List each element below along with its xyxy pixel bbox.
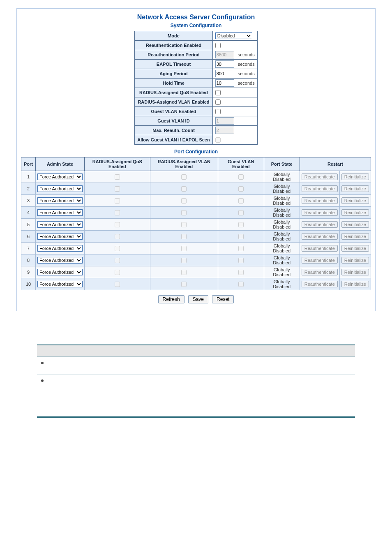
reinitialize-button[interactable]: Reinitialize — [341, 221, 369, 228]
port-guest-vlan-checkbox[interactable] — [238, 246, 244, 251]
unit-seconds: seconds — [238, 52, 255, 57]
mode-label: Mode — [135, 31, 212, 41]
reauthenticate-button[interactable]: Reauthenticate — [302, 269, 338, 275]
admin-state-select[interactable]: Force Authorized — [37, 209, 83, 216]
port-qos-checkbox[interactable] — [115, 174, 120, 180]
reauth-period-label: Reauthentication Period — [135, 50, 212, 60]
port-vlan-checkbox[interactable] — [181, 246, 187, 251]
port-state: Globally Disabled — [264, 219, 300, 231]
port-vlan-checkbox[interactable] — [181, 186, 187, 192]
reset-button[interactable]: Reset — [212, 295, 234, 303]
hold-time-input[interactable] — [215, 79, 234, 87]
reinitialize-button[interactable]: Reinitialize — [341, 257, 369, 264]
aging-period-input[interactable] — [215, 70, 234, 77]
save-button[interactable]: Save — [188, 295, 208, 303]
port-guest-vlan-checkbox[interactable] — [238, 258, 244, 263]
system-config-table: Mode Disabled Reauthentication Enabled R… — [134, 31, 257, 145]
button-bar: Refresh Save Reset — [21, 295, 371, 303]
spec-row1-right — [120, 357, 355, 375]
guest-vlan-id-input[interactable] — [215, 117, 234, 125]
admin-state-select[interactable]: Force Authorized — [37, 269, 83, 275]
reinitialize-button[interactable]: Reinitialize — [341, 233, 369, 240]
port-guest-vlan-checkbox[interactable] — [238, 222, 244, 227]
port-number: 8 — [21, 254, 36, 266]
port-state: Globally Disabled — [264, 183, 300, 195]
table-row: 6Force AuthorizedGlobally DisabledReauth… — [21, 231, 371, 243]
radius-qos-checkbox[interactable] — [215, 90, 221, 95]
port-qos-checkbox[interactable] — [115, 198, 120, 204]
mode-select[interactable]: Disabled — [215, 32, 252, 39]
admin-state-select[interactable]: Force Authorized — [37, 245, 83, 252]
port-qos-checkbox[interactable] — [115, 186, 120, 192]
port-guest-vlan-checkbox[interactable] — [238, 198, 244, 204]
reauthenticate-button[interactable]: Reauthenticate — [302, 197, 338, 204]
admin-state-select[interactable]: Force Authorized — [37, 185, 83, 192]
guest-vlan-enabled-checkbox[interactable] — [215, 109, 221, 114]
reinitialize-button[interactable]: Reinitialize — [341, 269, 369, 275]
reauthenticate-button[interactable]: Reauthenticate — [302, 281, 338, 287]
radius-vlan-label: RADIUS-Assigned VLAN Enabled — [135, 97, 212, 107]
max-reauth-label: Max. Reauth. Count — [135, 126, 212, 135]
reinitialize-button[interactable]: Reinitialize — [341, 185, 369, 192]
spec-table — [37, 344, 355, 418]
hold-time-label: Hold Time — [135, 79, 212, 88]
guest-vlan-enabled-label: Guest VLAN Enabled — [135, 107, 212, 116]
eapol-timeout-input[interactable] — [215, 60, 234, 68]
max-reauth-input[interactable] — [215, 127, 234, 134]
radius-vlan-checkbox[interactable] — [215, 99, 221, 105]
allow-guest-vlan-checkbox[interactable] — [215, 137, 221, 143]
port-number: 6 — [21, 231, 36, 243]
reauth-enabled-checkbox[interactable] — [215, 43, 221, 48]
admin-state-select[interactable]: Force Authorized — [37, 173, 83, 180]
port-guest-vlan-checkbox[interactable] — [238, 282, 244, 287]
admin-state-select[interactable]: Force Authorized — [37, 233, 83, 240]
port-vlan-checkbox[interactable] — [181, 234, 187, 239]
port-qos-checkbox[interactable] — [115, 282, 120, 287]
page-title: Network Access Server Configuration — [21, 14, 371, 21]
reauthenticate-button[interactable]: Reauthenticate — [302, 185, 338, 192]
reinitialize-button[interactable]: Reinitialize — [341, 245, 369, 252]
reauthenticate-button[interactable]: Reauthenticate — [302, 233, 338, 240]
table-row: 2Force AuthorizedGlobally DisabledReauth… — [21, 183, 371, 195]
admin-state-select[interactable]: Force Authorized — [37, 257, 83, 264]
table-row: 1Force AuthorizedGlobally DisabledReauth… — [21, 171, 371, 183]
reinitialize-button[interactable]: Reinitialize — [341, 209, 369, 216]
port-qos-checkbox[interactable] — [115, 270, 120, 275]
port-vlan-checkbox[interactable] — [181, 258, 187, 263]
port-guest-vlan-checkbox[interactable] — [238, 234, 244, 239]
admin-state-select[interactable]: Force Authorized — [37, 281, 83, 287]
spec-head-left — [37, 345, 120, 357]
reinitialize-button[interactable]: Reinitialize — [341, 197, 369, 204]
port-vlan-checkbox[interactable] — [181, 210, 187, 215]
reinitialize-button[interactable]: Reinitialize — [341, 173, 369, 180]
port-qos-checkbox[interactable] — [115, 246, 120, 251]
port-guest-vlan-checkbox[interactable] — [238, 186, 244, 192]
admin-state-select[interactable]: Force Authorized — [37, 197, 83, 204]
port-guest-vlan-checkbox[interactable] — [238, 270, 244, 275]
port-qos-checkbox[interactable] — [115, 222, 120, 227]
reauthenticate-button[interactable]: Reauthenticate — [302, 209, 338, 216]
system-config-title: System Configuration — [21, 23, 371, 28]
port-vlan-checkbox[interactable] — [181, 174, 187, 180]
port-vlan-checkbox[interactable] — [181, 198, 187, 204]
port-number: 10 — [21, 278, 36, 290]
port-qos-checkbox[interactable] — [115, 210, 120, 215]
reinitialize-button[interactable]: Reinitialize — [341, 281, 369, 287]
reauthenticate-button[interactable]: Reauthenticate — [302, 221, 338, 228]
port-qos-checkbox[interactable] — [115, 258, 120, 263]
admin-state-select[interactable]: Force Authorized — [37, 221, 83, 228]
reauthenticate-button[interactable]: Reauthenticate — [302, 257, 338, 264]
port-guest-vlan-checkbox[interactable] — [238, 174, 244, 180]
reauth-period-input[interactable] — [215, 51, 234, 58]
reauthenticate-button[interactable]: Reauthenticate — [302, 173, 338, 180]
port-vlan-checkbox[interactable] — [181, 282, 187, 287]
port-config-table: Port Admin State RADIUS-Assigned QoS Ena… — [21, 157, 371, 290]
port-vlan-checkbox[interactable] — [181, 270, 187, 275]
reauthenticate-button[interactable]: Reauthenticate — [302, 245, 338, 252]
bullet-icon — [41, 379, 44, 382]
table-row: 7Force AuthorizedGlobally DisabledReauth… — [21, 243, 371, 254]
port-guest-vlan-checkbox[interactable] — [238, 210, 244, 215]
port-vlan-checkbox[interactable] — [181, 222, 187, 227]
port-qos-checkbox[interactable] — [115, 234, 120, 239]
refresh-button[interactable]: Refresh — [158, 295, 184, 303]
